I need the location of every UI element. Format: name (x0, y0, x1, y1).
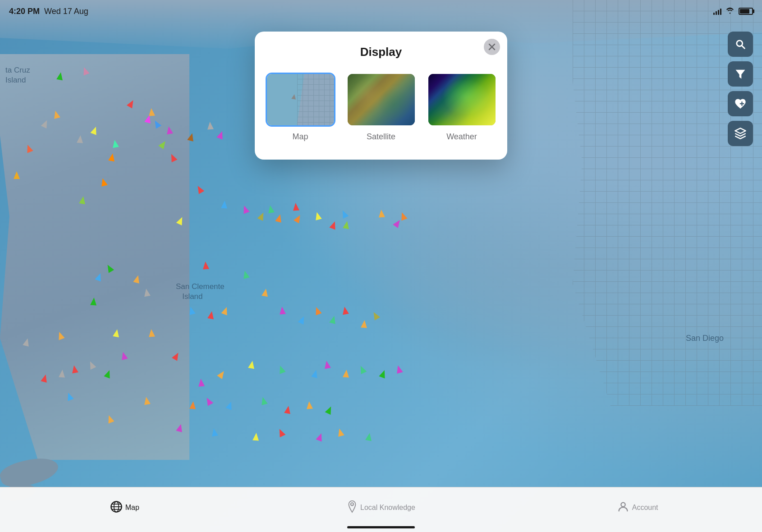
modal-overlay: Display Map (0, 0, 762, 532)
modal-title: Display (273, 45, 489, 59)
map-option-label: Map (292, 132, 308, 142)
weather-thumbnail (427, 73, 497, 127)
display-option-map[interactable]: Map (266, 73, 335, 142)
display-modal: Display Map (255, 32, 507, 160)
display-option-satellite[interactable]: Satellite (346, 73, 416, 142)
satellite-option-label: Satellite (367, 132, 395, 142)
display-options: Map Satellite (273, 73, 489, 142)
map-thumbnail (266, 73, 335, 127)
modal-close-button[interactable] (484, 39, 500, 55)
display-option-weather[interactable]: Weather (427, 73, 497, 142)
satellite-thumbnail (346, 73, 416, 127)
weather-option-label: Weather (446, 132, 477, 142)
